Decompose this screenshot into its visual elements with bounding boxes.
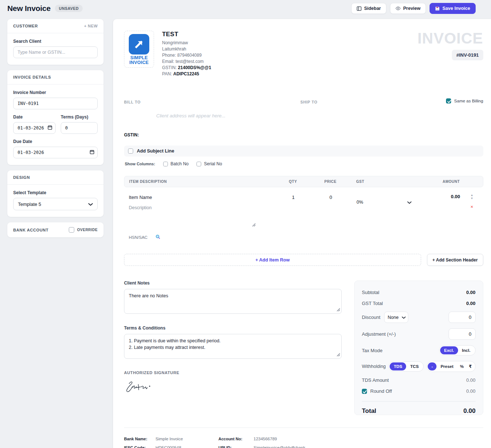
terms-conditions-textarea[interactable]: 1. Payment is due within the specified p… xyxy=(124,334,342,359)
same-as-billing-label: Same as Billing xyxy=(454,99,483,103)
preview-button[interactable]: Preview xyxy=(390,3,426,14)
same-as-billing-checkbox[interactable] xyxy=(446,98,451,103)
invoice-number-input[interactable] xyxy=(13,98,98,109)
account-no-value: 1234566789 xyxy=(254,437,483,441)
bank-divider xyxy=(124,428,483,428)
due-date-label: Due Date xyxy=(13,139,98,144)
upi-id-value: Simpleinvoice@okhdfcbank xyxy=(254,445,483,448)
withholding-tds-button[interactable]: TDS xyxy=(390,362,406,370)
item-description-cell xyxy=(129,194,279,211)
invoice-details-body: Invoice Number Date Terms (Days) xyxy=(7,84,104,165)
design-panel: DESIGN Select Template Template 5 xyxy=(7,170,104,217)
authorized-signature-label: AUTHORIZED SIGNATURE xyxy=(124,370,342,375)
upi-id-label: UPI ID: xyxy=(218,445,254,448)
sidebar-button[interactable]: Sidebar xyxy=(351,3,386,14)
serial-no-option: Serial No xyxy=(196,161,222,166)
bank-account-panel: BANK ACCOUNT OVERRIDE xyxy=(7,222,104,237)
search-client-input[interactable] xyxy=(13,46,98,58)
save-invoice-button[interactable]: Save Invoice xyxy=(430,3,476,14)
sidebar-button-label: Sidebar xyxy=(364,6,381,11)
description-resize-grip[interactable] xyxy=(252,222,483,228)
tax-mode-incl-button[interactable]: Incl. xyxy=(458,346,475,354)
override-checkbox[interactable] xyxy=(69,227,74,233)
company-address-line2: Laitumkhrah xyxy=(162,46,211,52)
calendar-icon[interactable] xyxy=(48,125,52,130)
eye-icon xyxy=(396,6,401,11)
notes-totals-section: Client Notes There are no Notes Terms & … xyxy=(124,281,483,415)
new-customer-link[interactable]: + NEW xyxy=(84,24,98,28)
invoice-header-section: SIMPLE INVOICE TEST Nongrimmaw Laitumkhr… xyxy=(124,31,483,77)
add-subject-checkbox[interactable] xyxy=(128,148,133,154)
calendar-icon[interactable] xyxy=(90,150,94,154)
totals-panel: Subtotal 0.00 GST Total 0.00 Discount No… xyxy=(354,281,483,415)
tds-amount-value: 0.00 xyxy=(466,377,475,383)
withholding-none-button[interactable]: - xyxy=(428,362,436,370)
serial-no-label: Serial No xyxy=(204,161,222,166)
item-price-input[interactable] xyxy=(308,195,354,200)
discount-type-value: None xyxy=(388,315,399,320)
item-qty-input[interactable] xyxy=(279,195,308,200)
due-date-input[interactable] xyxy=(13,147,98,158)
adjustment-row: Adjustment (+/-) xyxy=(362,328,476,340)
batch-no-checkbox[interactable] xyxy=(163,162,168,166)
item-name-input[interactable] xyxy=(129,195,279,200)
hsn-search-icon[interactable] xyxy=(155,234,160,241)
show-columns-label: Show Columns: xyxy=(125,162,155,166)
same-as-billing-row: Same as Billing xyxy=(446,98,483,103)
subtotal-value: 0.00 xyxy=(466,290,475,295)
invoice-preview-card: SIMPLE INVOICE TEST Nongrimmaw Laitumkhr… xyxy=(113,19,491,448)
date-input-wrap xyxy=(13,122,56,134)
withholding-percent-button[interactable]: % xyxy=(457,362,466,370)
template-select[interactable]: Template 5 xyxy=(13,198,98,210)
item-amount-value: 0.00 xyxy=(416,194,465,211)
total-row: Total 0.00 xyxy=(362,407,476,415)
item-description-input[interactable] xyxy=(129,205,279,210)
gstin-label: GSTIN: xyxy=(162,65,177,70)
client-notes-textarea[interactable]: There are no Notes xyxy=(124,289,342,314)
discount-value-input[interactable] xyxy=(449,312,476,323)
bank-name-value: Simple Invoice xyxy=(155,437,218,441)
select-template-label: Select Template xyxy=(13,190,98,195)
chevron-down-icon xyxy=(88,202,93,207)
batch-no-label: Batch No xyxy=(170,161,188,166)
adjustment-input[interactable] xyxy=(449,328,476,340)
terms-wrap: 1. Payment is due within the specified p… xyxy=(124,334,342,360)
account-no-label: Account No: xyxy=(218,437,254,441)
tax-mode-label: Tax Mode xyxy=(362,348,382,353)
withholding-rupee-button[interactable]: ₹ xyxy=(466,362,475,371)
delete-row-icon[interactable]: ✕ xyxy=(470,205,473,209)
invoice-details-title: INVOICE DETAILS xyxy=(13,75,51,79)
col-amount: AMOUNT xyxy=(416,180,465,184)
withholding-tcs-button[interactable]: TCS xyxy=(406,362,423,370)
invoice-details-panel: INVOICE DETAILS Invoice Number Date Term… xyxy=(7,70,104,165)
col-item-description: ITEM DESCRIPTION xyxy=(129,180,278,184)
item-gst-value: 0% xyxy=(357,200,363,205)
col-price: PRICE xyxy=(308,180,353,184)
company-logo[interactable]: SIMPLE INVOICE xyxy=(124,31,154,68)
round-off-checkbox[interactable] xyxy=(362,389,367,394)
round-off-value: 0.00 xyxy=(466,388,475,394)
due-date-group: Due Date xyxy=(13,139,98,158)
item-qty-cell xyxy=(279,194,308,211)
withholding-preset-button[interactable]: Preset xyxy=(436,362,457,370)
add-section-header-button[interactable]: + Add Section Header xyxy=(427,254,483,266)
add-subject-bar: Add Subject Line xyxy=(124,146,483,157)
move-down-icon[interactable]: ▼ xyxy=(471,197,473,200)
hsn-label: HSN/SAC xyxy=(129,235,147,240)
item-gst-select[interactable]: 0% xyxy=(354,194,416,211)
company-address-line1: Nongrimmaw xyxy=(162,40,211,46)
bank-account-header: BANK ACCOUNT OVERRIDE xyxy=(7,222,104,237)
serial-no-checkbox[interactable] xyxy=(196,162,201,166)
subtotal-label: Subtotal xyxy=(362,290,379,295)
add-item-row-button[interactable]: + Add Item Row xyxy=(124,254,421,266)
bank-name-label: Bank Name: xyxy=(124,437,155,441)
discount-type-select[interactable]: None xyxy=(384,312,408,323)
tax-mode-excl-button[interactable]: Excl. xyxy=(440,346,458,354)
col-qty: QTY xyxy=(278,180,308,184)
tax-mode-row: Tax Mode Excl. Incl. xyxy=(362,345,476,355)
invoice-watermark: INVOICE xyxy=(417,31,483,46)
move-up-icon[interactable]: ▲ xyxy=(471,194,473,197)
company-name: TEST xyxy=(162,31,211,38)
date-terms-row: Date Terms (Days) xyxy=(13,114,98,134)
terms-input[interactable] xyxy=(61,122,98,134)
